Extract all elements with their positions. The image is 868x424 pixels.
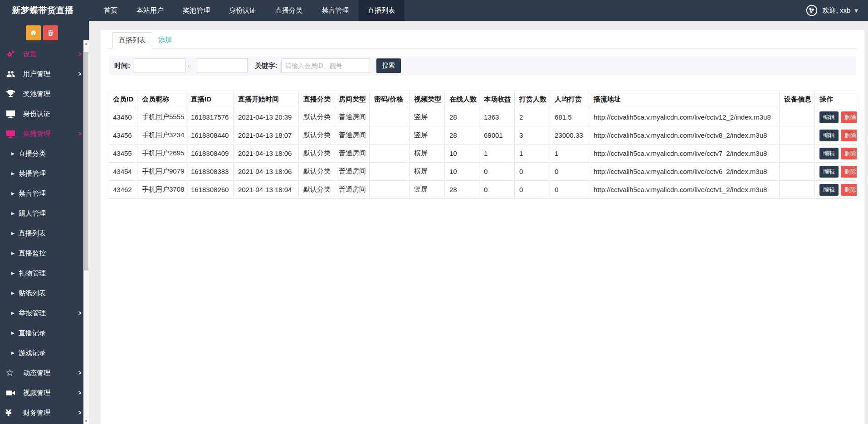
sidebar-subitem[interactable]: ▶直播列表: [0, 223, 89, 243]
sidebar-item[interactable]: 视频管理>: [0, 383, 89, 403]
delete-button[interactable]: 删除: [841, 130, 857, 141]
sidebar-scrollbar[interactable]: ▲ ▼: [83, 40, 89, 424]
table-cell: 28: [445, 126, 479, 145]
column-header: 直播开始时间: [234, 91, 299, 108]
tab-add[interactable]: 添加: [152, 32, 178, 48]
column-header: 直播ID: [186, 91, 234, 108]
table-cell: 43456: [108, 126, 137, 145]
video-icon: [5, 387, 17, 398]
table-cell: 2021-04-13 18:06: [234, 163, 299, 181]
table-cell: 2021-04-13 18:04: [234, 181, 299, 199]
search-button[interactable]: 搜索: [376, 58, 401, 73]
sidebar-item-label: 用户管理: [23, 70, 50, 78]
table-cell: 1618308383: [186, 163, 234, 181]
delete-button[interactable]: 删除: [841, 148, 857, 159]
table-cell: 43460: [108, 108, 137, 126]
table-cell: 0: [479, 181, 515, 199]
delete-button[interactable]: 删除: [841, 111, 857, 123]
delete-button[interactable]: 删除: [841, 166, 857, 178]
table-cell: 1618308409: [186, 145, 234, 163]
chevron-right-icon: >: [78, 389, 81, 396]
edit-button[interactable]: 编辑: [819, 166, 839, 178]
edit-button[interactable]: 编辑: [819, 111, 839, 123]
sidebar-subitem[interactable]: ▶直播监控: [0, 243, 89, 263]
table-cell: 23000.33: [550, 126, 589, 145]
caret-right-icon: ▶: [11, 211, 15, 216]
sidebar-subitem[interactable]: ▶直播记录: [0, 323, 89, 343]
edit-button[interactable]: 编辑: [819, 148, 839, 159]
sidebar-item[interactable]: 身份认证: [0, 104, 89, 124]
edit-button[interactable]: 编辑: [819, 184, 839, 196]
edit-button[interactable]: 编辑: [819, 130, 839, 141]
sidebar-item-label: 奖池管理: [23, 90, 50, 98]
sidebar-subitem-label: 游戏记录: [19, 349, 46, 357]
sidebar-item[interactable]: 奖池管理: [0, 84, 89, 104]
sidebar-subitem[interactable]: ▶贴纸列表: [0, 283, 89, 303]
sidebar-item[interactable]: ☆动态管理>: [0, 363, 89, 383]
tab-live-list[interactable]: 直播列表: [112, 32, 152, 48]
scrollbar-thumb[interactable]: [84, 52, 88, 270]
table-cell: 43462: [108, 181, 137, 199]
row-actions: 编辑删除: [815, 163, 857, 181]
keyword-input[interactable]: [281, 58, 370, 73]
caret-right-icon: ▶: [11, 331, 15, 335]
scroll-up-icon[interactable]: ▲: [83, 40, 89, 47]
top-nav-item-5[interactable]: 直播分类: [266, 0, 312, 21]
sidebar-subitem[interactable]: ▶禁播管理: [0, 164, 89, 183]
sidebar-subitem[interactable]: ▶礼物管理: [0, 263, 89, 283]
column-header: 直播分类: [299, 91, 334, 108]
star-icon: ☆: [5, 367, 17, 378]
row-actions: 编辑删除: [815, 145, 857, 163]
top-nav-item-3[interactable]: 奖池管理: [173, 0, 219, 21]
trophy-icon: [5, 88, 17, 99]
sidebar-item-label: 身份认证: [23, 110, 50, 118]
table-cell: 0: [550, 163, 589, 181]
table-cell: 1: [515, 145, 550, 163]
user-menu[interactable]: 欢迎, xxb ▼: [805, 0, 868, 21]
top-nav-item-2[interactable]: 本站用户: [127, 0, 173, 21]
top-nav-item-4[interactable]: 身份认证: [219, 0, 266, 21]
delete-button[interactable]: 删除: [841, 184, 857, 196]
filter-bar: 时间: - 关键字: 搜索: [109, 56, 856, 75]
column-header: 打赏人数: [515, 91, 550, 108]
top-nav-item-7[interactable]: 直播列表: [358, 0, 405, 21]
time-end-input[interactable]: [196, 58, 248, 73]
table-cell: [370, 145, 410, 163]
sidebar-subitem[interactable]: ▶直播分类: [0, 144, 89, 164]
chevron-right-icon: >: [78, 369, 81, 376]
sidebar-item[interactable]: 设置>: [0, 44, 89, 64]
dash-separator: -: [188, 62, 190, 69]
sidebar-item[interactable]: 直播管理>: [0, 124, 89, 144]
sidebar-subitem[interactable]: ▶踢人管理: [0, 203, 89, 223]
table-cell: 手机用户9079: [137, 163, 186, 181]
table-row: 43456手机用户323416183084402021-04-13 18:07默…: [108, 126, 857, 145]
table-row: 43455手机用户269516183084092021-04-13 18:06默…: [108, 145, 857, 163]
sidebar-subitem-label: 直播分类: [19, 149, 46, 158]
trash-button[interactable]: [43, 25, 58, 40]
table-cell: [780, 163, 815, 181]
home-button[interactable]: [26, 25, 41, 40]
caret-right-icon: ▶: [11, 251, 15, 255]
time-start-input[interactable]: [134, 58, 185, 73]
sidebar-item[interactable]: ¥财务管理>: [0, 403, 89, 423]
tab-bar: 直播列表添加: [108, 30, 857, 48]
screen-icon: [5, 128, 17, 139]
table-cell: 普通房间: [334, 108, 370, 126]
column-header: 设备信息: [780, 91, 815, 108]
top-nav-item-6[interactable]: 禁言管理: [312, 0, 358, 21]
table-cell: [370, 126, 410, 145]
sidebar-subitem[interactable]: ▶禁言管理: [0, 183, 89, 203]
sidebar-item[interactable]: 用户管理>: [0, 64, 89, 84]
table-cell: 竖屏: [410, 126, 445, 145]
sidebar-subitem[interactable]: ▶游戏记录: [0, 343, 89, 363]
top-nav-item-1[interactable]: 首页: [94, 0, 127, 21]
sidebar-subitem-label: 踢人管理: [19, 209, 46, 218]
caret-right-icon: ▶: [11, 171, 15, 176]
sidebar-subitem[interactable]: ▶举报管理>: [0, 303, 89, 323]
table-cell: 681.5: [550, 108, 589, 126]
caret-right-icon: ▶: [11, 351, 15, 355]
table-cell: [780, 145, 815, 163]
table-cell: 10: [445, 145, 479, 163]
scroll-down-icon[interactable]: ▼: [83, 418, 89, 424]
table-cell: [780, 181, 815, 199]
